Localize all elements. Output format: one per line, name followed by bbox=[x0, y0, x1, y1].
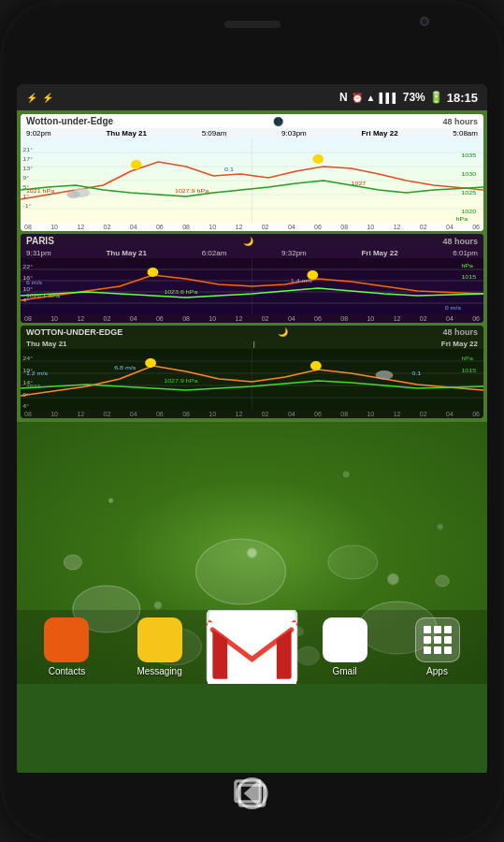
svg-text:22°: 22° bbox=[22, 264, 33, 269]
camera bbox=[420, 17, 429, 26]
svg-text:9°: 9° bbox=[22, 392, 29, 398]
p-time3: 9:32pm bbox=[281, 249, 307, 257]
svg-point-69 bbox=[64, 555, 81, 570]
widget-wotton-hours: 48 hours bbox=[442, 117, 478, 126]
svg-text:1021: 1021 bbox=[26, 384, 41, 389]
svg-point-70 bbox=[436, 575, 449, 587]
svg-text:1.4 m/s: 1.4 m/s bbox=[291, 278, 313, 283]
w1-time4: 5:08am bbox=[453, 129, 478, 138]
alarm-icon: ⏰ bbox=[352, 93, 363, 103]
widget-paris-header: PARIS 🌙 48 hours bbox=[21, 234, 483, 248]
w2-day1: Thu May 21 bbox=[26, 340, 67, 348]
svg-text:1030: 1030 bbox=[461, 171, 476, 177]
widget-wotton-header: Wotton-under-Edge 🌑 48 hours bbox=[21, 114, 483, 128]
p-day2: Fri May 22 bbox=[361, 249, 397, 257]
svg-point-49 bbox=[145, 358, 156, 368]
svg-text:21°: 21° bbox=[22, 147, 33, 152]
widget-paris-timescale: 081012020406 081012020406 081012020406 bbox=[21, 314, 483, 323]
svg-text:1015: 1015 bbox=[461, 274, 476, 280]
svg-text:1020: 1020 bbox=[461, 209, 476, 214]
status-right-icons: N ⏰ ▲ ▌▌▌ 73% 🔋 18:15 bbox=[339, 91, 478, 105]
svg-text:hPa: hPa bbox=[461, 263, 473, 269]
svg-point-18 bbox=[312, 154, 324, 164]
flash-icon: ⚡ bbox=[42, 93, 53, 103]
svg-text:1023.6 hPa: 1023.6 hPa bbox=[164, 289, 198, 295]
svg-text:24°: 24° bbox=[22, 356, 33, 361]
svg-text:5°: 5° bbox=[22, 184, 29, 190]
svg-text:1027.9 hPa: 1027.9 hPa bbox=[175, 188, 209, 194]
svg-text:1025: 1025 bbox=[461, 190, 476, 196]
widget-wotton2-title: WOTTON-UNDER-EDGE bbox=[26, 327, 122, 337]
w1-time2: 5:09am bbox=[202, 129, 227, 138]
w1-time1: 9:02pm bbox=[26, 129, 51, 138]
p-time4: 6:01pm bbox=[453, 249, 478, 257]
moon-icon-wotton2: 🌙 bbox=[278, 327, 288, 337]
svg-point-50 bbox=[310, 361, 322, 370]
svg-point-65 bbox=[196, 539, 286, 604]
battery-icon: 🔋 bbox=[429, 91, 443, 104]
widgets-area: Wotton-under-Edge 🌑 48 hours 9:02pm Thu … bbox=[17, 110, 487, 422]
gmail-icon bbox=[323, 617, 367, 662]
svg-text:0 m/s: 0 m/s bbox=[445, 305, 462, 311]
moon-icon-paris: 🌙 bbox=[243, 237, 253, 246]
svg-text:1°: 1° bbox=[22, 194, 29, 199]
svg-text:13°: 13° bbox=[22, 166, 33, 171]
widget-wotton2-chart: 24° 19° 14° 9° 4° 1021 1027.9 hPa 1.2 m/… bbox=[21, 349, 483, 410]
widget-wotton2-hours: 48 hours bbox=[442, 327, 478, 337]
svg-text:1021 hPa: 1021 hPa bbox=[26, 188, 55, 194]
svg-text:1.2 m/s: 1.2 m/s bbox=[26, 370, 49, 376]
widget-wotton[interactable]: Wotton-under-Edge 🌑 48 hours 9:02pm Thu … bbox=[21, 114, 483, 231]
speaker bbox=[224, 21, 281, 28]
home-wallpaper: Contacts Messaging bbox=[17, 422, 487, 684]
w1-day1: Thu May 21 bbox=[106, 129, 147, 138]
p-day1: Thu May 21 bbox=[106, 249, 147, 257]
p-time2: 6:02am bbox=[202, 249, 227, 257]
svg-text:0.1: 0.1 bbox=[411, 370, 421, 376]
svg-text:9°: 9° bbox=[22, 175, 29, 181]
p-time1: 9:31pm bbox=[26, 249, 51, 257]
svg-text:1035: 1035 bbox=[461, 152, 476, 158]
svg-text:1027.9 hPa: 1027.9 hPa bbox=[164, 378, 198, 384]
svg-text:6 m/s: 6 m/s bbox=[26, 280, 43, 285]
svg-point-31 bbox=[148, 268, 159, 277]
phone-frame: ⚡ ⚡ N ⏰ ▲ ▌▌▌ 73% 🔋 18:15 Wo bbox=[0, 0, 504, 842]
w1-day2: Fri May 22 bbox=[361, 129, 397, 138]
svg-text:1027: 1027 bbox=[352, 181, 367, 186]
svg-text:4°: 4° bbox=[22, 403, 29, 409]
wifi-icon: ▲ bbox=[367, 93, 376, 103]
network-n-icon: N bbox=[339, 91, 348, 104]
svg-text:0.1: 0.1 bbox=[224, 167, 234, 172]
app-dock: Contacts Messaging bbox=[17, 610, 487, 684]
svg-text:hPa: hPa bbox=[461, 356, 473, 361]
widget-wotton2-header: WOTTON-UNDER-EDGE 🌙 48 hours bbox=[21, 326, 483, 339]
widget-paris-chart: 22° 16° 10° 4° 1020.1 hPa 1023.6 hPa 6 m… bbox=[21, 258, 483, 314]
w2-day2: Fri May 22 bbox=[441, 340, 478, 348]
widget-wotton-timescale: 081012020406 081012020406 081012020406 bbox=[21, 223, 483, 231]
widget-paris-title: PARIS bbox=[26, 236, 54, 246]
widget-wotton2[interactable]: WOTTON-UNDER-EDGE 🌙 48 hours Thu May 21 … bbox=[21, 326, 483, 418]
widget-wotton2-timescale: 081012020406 081012020406 081012020406 bbox=[21, 410, 483, 418]
svg-point-17 bbox=[131, 160, 142, 169]
battery-label: 73% bbox=[403, 91, 425, 104]
svg-text:17°: 17° bbox=[22, 156, 33, 162]
widget-paris-hours: 48 hours bbox=[442, 237, 478, 246]
status-left-icons: ⚡ ⚡ bbox=[26, 93, 53, 103]
recents-btn[interactable] bbox=[371, 775, 409, 812]
time-display: 18:15 bbox=[447, 91, 478, 105]
signal-icon: ▌▌▌ bbox=[379, 93, 398, 103]
svg-point-51 bbox=[376, 370, 394, 380]
svg-text:-1°: -1° bbox=[22, 203, 32, 209]
gmail-app[interactable]: Gmail bbox=[323, 617, 367, 676]
usb-icon: ⚡ bbox=[26, 93, 37, 103]
svg-text:10°: 10° bbox=[22, 286, 33, 292]
svg-text:6.8 m/s: 6.8 m/s bbox=[114, 365, 137, 370]
w2-sep: | bbox=[253, 340, 255, 348]
widget-wotton-title: Wotton-under-Edge bbox=[26, 116, 113, 126]
svg-point-20 bbox=[67, 191, 80, 198]
svg-text:1020.1 hPa: 1020.1 hPa bbox=[26, 293, 61, 298]
status-bar: ⚡ ⚡ N ⏰ ▲ ▌▌▌ 73% 🔋 18:15 bbox=[17, 84, 487, 110]
nav-bar bbox=[17, 773, 487, 814]
widget-paris[interactable]: PARIS 🌙 48 hours 9:31pm Thu May 21 6:02a… bbox=[21, 234, 483, 323]
widget-wotton-chart: 1021 hPa 1027.9 hPa 1027 0.1 21° 17° 13°… bbox=[21, 138, 483, 223]
phone-screen: ⚡ ⚡ N ⏰ ▲ ▌▌▌ 73% 🔋 18:15 Wo bbox=[17, 84, 487, 777]
